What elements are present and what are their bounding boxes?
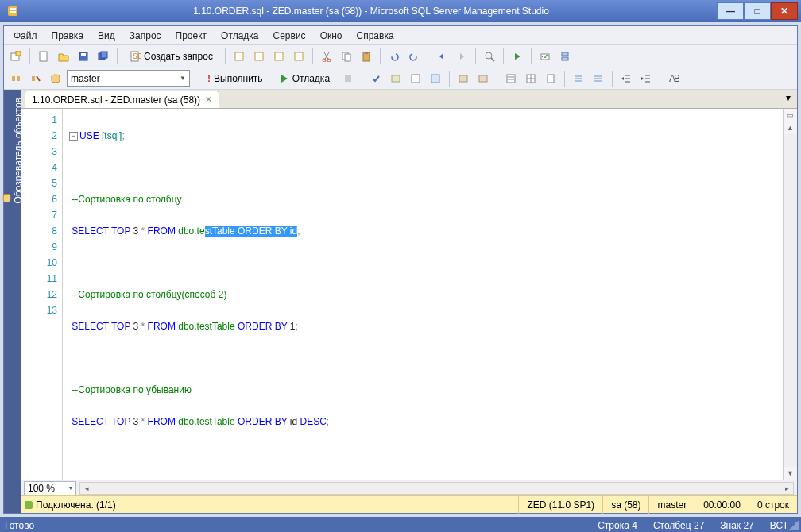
horizontal-scrollbar[interactable]: ◂ ▸ [79,482,794,495]
connection-status-bar: Подключена. (1/1) ZED (11.0 SP1) sa (58)… [21,495,797,513]
results-to-grid-button[interactable] [522,70,540,87]
include-actual-plan-button[interactable] [455,70,472,87]
svg-rect-35 [431,75,439,83]
query-type-1-button[interactable] [230,48,248,65]
status-ready: Готово [5,520,34,531]
object-explorer-icon [2,193,13,204]
execute-button[interactable]: ! Выполнить [200,70,270,87]
new-project-button[interactable] [7,48,25,65]
results-to-text-button[interactable] [502,70,520,87]
paste-button[interactable] [358,48,375,65]
change-db-button[interactable] [47,70,64,87]
connection-status-text: Подключена. (1/1) [36,499,116,511]
scroll-right-icon[interactable]: ▸ [780,483,793,494]
vertical-scrollbar[interactable]: ▭ ▲ ▼ [783,109,797,480]
svg-rect-28 [17,76,20,81]
object-explorer-tab[interactable]: Обозреватель объектов [4,90,21,513]
activity-monitor-button[interactable] [536,48,554,65]
menu-service[interactable]: Сервис [267,28,312,44]
svg-rect-32 [345,75,351,82]
intellisense-button[interactable] [427,70,444,87]
save-all-button[interactable] [95,48,112,65]
svg-rect-9 [101,52,107,58]
menu-view[interactable]: Вид [91,28,122,44]
status-bar: Готово Строка 4 Столбец 27 Знак 27 ВСТ [0,517,801,532]
svg-rect-26 [562,57,568,60]
svg-rect-1 [10,8,16,10]
query-type-2-button[interactable] [250,48,268,65]
svg-rect-29 [32,76,35,81]
specify-values-button[interactable]: AB [665,70,683,87]
svg-rect-38 [507,75,515,83]
new-query-button[interactable]: sql Создать запрос [122,48,220,65]
scroll-up-icon[interactable]: ▲ [784,121,797,134]
registered-servers-button[interactable] [556,48,574,65]
menu-bar: Файл Правка Вид Запрос Проект Отладка Се… [4,26,797,45]
svg-rect-25 [562,52,568,56]
query-type-4-button[interactable] [290,48,308,65]
resize-grip-icon[interactable] [788,519,799,530]
menu-file[interactable]: Файл [7,28,44,44]
uncomment-button[interactable] [590,70,607,87]
svg-line-30 [37,76,40,81]
code-content[interactable]: −USE [tsql]; --Сортировка по столбцу SEL… [63,109,783,480]
new-item-button[interactable] [35,48,52,65]
debug-button[interactable]: Отладка [273,70,337,87]
comment-button[interactable] [570,70,587,87]
open-button[interactable] [55,48,72,65]
document-tabs: 1.10.ORDER.sql - ZED.master (sa (58)) ✕ … [21,90,797,109]
estimated-plan-button[interactable] [387,70,404,87]
cancel-query-button[interactable] [339,70,357,87]
document-tab-active[interactable]: 1.10.ORDER.sql - ZED.master (sa (58)) ✕ [25,91,219,108]
main-toolbar: sql Создать запрос [4,45,797,67]
execute-label: Выполнить [214,73,263,84]
scroll-left-icon[interactable]: ◂ [80,483,93,494]
query-options-button[interactable] [407,70,424,87]
menu-project[interactable]: Проект [169,28,214,44]
close-button[interactable]: ✕ [771,2,798,20]
line-number-gutter: 1 2 3 4 5 6 7 8 9 10 11 12 13 [21,109,63,480]
parse-button[interactable] [367,70,385,87]
svg-rect-2 [10,11,16,13]
zoom-dropdown[interactable]: 100 % ▾ [24,481,76,495]
debug-label: Отладка [292,73,330,84]
copy-button[interactable] [338,48,355,65]
menu-debug[interactable]: Отладка [215,28,265,44]
menu-query[interactable]: Запрос [123,28,168,44]
query-type-3-button[interactable] [270,48,288,65]
decrease-indent-button[interactable] [617,70,635,87]
menu-window[interactable]: Окно [314,28,349,44]
outline-collapse-icon[interactable]: − [69,132,78,141]
increase-indent-button[interactable] [637,70,655,87]
menu-edit[interactable]: Правка [45,28,91,44]
code-editor[interactable]: 1 2 3 4 5 6 7 8 9 10 11 12 13 −USE [21,109,783,480]
disconnect-button[interactable] [27,70,44,87]
dropdown-arrow-icon: ▼ [180,75,186,82]
menu-help[interactable]: Справка [350,28,400,44]
start-button[interactable] [509,48,526,65]
svg-rect-37 [479,75,487,82]
results-to-file-button[interactable] [542,70,559,87]
nav-back-button[interactable] [433,48,451,65]
connected-icon [25,501,33,509]
undo-button[interactable] [385,48,403,65]
include-stats-button[interactable] [474,70,492,87]
minimize-button[interactable]: — [717,2,744,20]
database-dropdown[interactable]: master ▼ [67,70,190,87]
split-handle-icon[interactable]: ▭ [784,109,797,121]
execute-icon: ! [207,73,211,84]
maximize-button[interactable]: □ [744,2,771,20]
nav-forward-button[interactable] [453,48,470,65]
scroll-down-icon[interactable]: ▼ [784,467,797,480]
tab-list-button[interactable]: ▾ [780,89,797,106]
change-connection-button[interactable] [7,70,25,87]
connection-db: master [648,496,695,514]
cut-button[interactable] [318,48,335,65]
find-button[interactable] [481,48,498,65]
redo-button[interactable] [405,48,423,65]
svg-rect-34 [412,75,420,83]
save-button[interactable] [75,48,92,65]
document-tab-label: 1.10.ORDER.sql - ZED.master (sa (58)) [32,94,200,106]
connection-user: sa (58) [602,496,648,514]
close-tab-icon[interactable]: ✕ [205,94,212,105]
